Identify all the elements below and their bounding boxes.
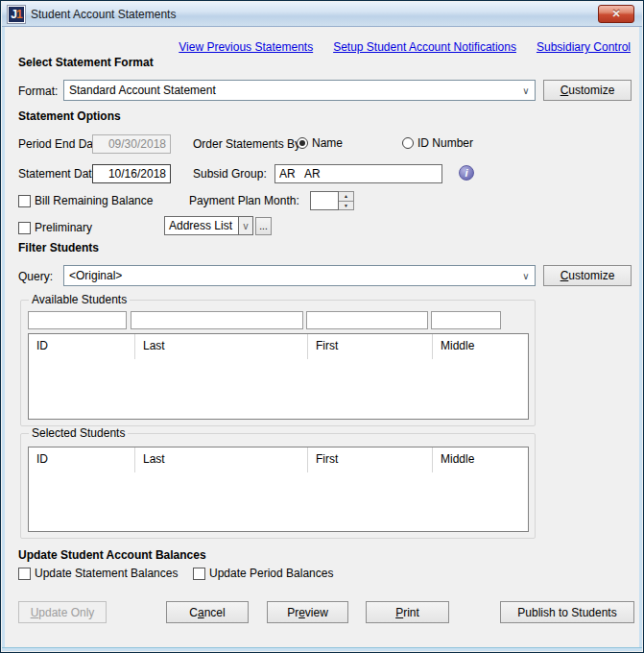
query-selected-value: <Original> <box>64 269 517 282</box>
top-links-row: View Previous Statements Setup Student A… <box>1 40 631 54</box>
statement-date-field[interactable] <box>92 164 171 183</box>
title-bar[interactable]: J1 Student Account Statements ✕ <box>2 2 642 27</box>
preview-button[interactable]: Preview <box>267 601 348 623</box>
subsid-group-label: Subsid Group: <box>193 167 267 181</box>
logo-digit-1: 1 <box>16 9 22 20</box>
radio-id-number-label: ID Number <box>417 136 473 150</box>
window-frame-left <box>2 27 5 651</box>
link-view-previous-statements[interactable]: View Previous Statements <box>179 40 313 54</box>
available-filter-id[interactable] <box>28 311 127 329</box>
chevron-down-icon: ∨ <box>517 271 535 281</box>
dialog-student-account-statements: J1 Student Account Statements ✕ View Pre… <box>0 0 644 653</box>
section-update-balances: Update Student Account Balances <box>18 548 206 562</box>
chevron-down-icon[interactable]: v <box>239 216 253 235</box>
cancel-button[interactable]: Cancel <box>166 601 249 623</box>
available-filter-first[interactable] <box>306 311 428 329</box>
update-only-button: Update Only <box>18 601 107 623</box>
payment-plan-month-stepper[interactable]: ▲ ▼ <box>310 191 354 210</box>
customize-query-button[interactable]: Customize <box>543 265 632 286</box>
update-period-balances-row[interactable]: Update Period Balances <box>193 566 333 581</box>
format-selected-value: Standard Account Statement <box>64 84 517 97</box>
selected-col-middle[interactable]: Middle <box>433 447 529 470</box>
close-icon: ✕ <box>611 8 620 20</box>
query-select[interactable]: <Original> ∨ <box>63 265 536 286</box>
section-filter-students: Filter Students <box>18 241 99 254</box>
app-logo-icon: J1 <box>8 6 25 23</box>
chevron-down-icon: ∨ <box>517 85 535 96</box>
selected-col-id[interactable]: ID <box>29 447 134 470</box>
preliminary-checkbox-row[interactable]: Preliminary <box>18 220 92 235</box>
format-select[interactable]: Standard Account Statement ∨ <box>63 80 536 101</box>
link-subsidiary-control[interactable]: Subsidiary Control <box>537 40 631 54</box>
selected-col-last[interactable]: Last <box>135 447 307 470</box>
available-students-title: Available Students <box>29 293 130 306</box>
radio-id-number-circle[interactable] <box>402 137 414 149</box>
info-icon[interactable]: i <box>459 165 474 181</box>
bill-remaining-balance-label: Bill Remaining Balance <box>35 194 153 207</box>
print-button[interactable]: Print <box>366 601 449 623</box>
address-list-combo[interactable]: Address List v ... <box>164 216 272 235</box>
selected-students-grid[interactable]: ID Last First Middle <box>28 447 529 532</box>
order-statements-by-label: Order Statements By <box>193 137 300 151</box>
available-students-groupbox: Available Students ID Last First Middle <box>20 300 536 426</box>
available-filter-last[interactable] <box>131 311 303 329</box>
radio-name[interactable]: Name <box>297 135 343 151</box>
subsid-group-field[interactable] <box>274 164 442 183</box>
window-title: Student Account Statements <box>31 8 176 21</box>
format-label: Format: <box>18 85 58 98</box>
available-col-id[interactable]: ID <box>29 334 134 356</box>
radio-id-number[interactable]: ID Number <box>402 135 473 151</box>
close-button[interactable]: ✕ <box>598 5 634 23</box>
section-statement-options: Statement Options <box>18 109 121 123</box>
link-setup-notifications[interactable]: Setup Student Account Notifications <box>333 40 516 54</box>
update-statement-balances-label: Update Statement Balances <box>35 567 178 580</box>
preliminary-label: Preliminary <box>35 221 92 234</box>
selected-students-title: Selected Students <box>29 426 128 440</box>
update-statement-balances-row[interactable]: Update Statement Balances <box>18 566 178 581</box>
period-end-date-field <box>92 134 171 154</box>
update-period-balances-checkbox[interactable] <box>193 568 205 580</box>
spinner-down-icon[interactable]: ▼ <box>339 201 353 210</box>
section-select-statement-format: Select Statement Format <box>18 56 154 69</box>
payment-plan-month-label: Payment Plan Month: <box>189 194 299 207</box>
radio-name-circle[interactable] <box>297 137 308 149</box>
bill-remaining-balance-checkbox-row[interactable]: Bill Remaining Balance <box>18 193 153 208</box>
preliminary-checkbox[interactable] <box>18 222 31 234</box>
spinner-up-icon[interactable]: ▲ <box>339 192 353 201</box>
query-label: Query: <box>18 270 53 283</box>
window-frame-bottom <box>2 647 642 651</box>
available-col-middle[interactable]: Middle <box>433 334 529 356</box>
selected-students-groupbox: Selected Students ID Last First Middle <box>20 433 536 539</box>
bill-remaining-balance-checkbox[interactable] <box>18 195 31 207</box>
available-col-last[interactable]: Last <box>135 334 307 356</box>
customize-format-button[interactable]: Customize <box>543 80 632 101</box>
update-period-balances-label: Update Period Balances <box>209 567 333 580</box>
available-col-first[interactable]: First <box>308 334 432 356</box>
payment-plan-month-field[interactable] <box>310 191 339 210</box>
statement-date-label: Statement Date: <box>18 167 102 181</box>
radio-name-label: Name <box>312 136 343 150</box>
available-filter-middle[interactable] <box>431 311 501 329</box>
selected-col-first[interactable]: First <box>308 447 432 470</box>
update-statement-balances-checkbox[interactable] <box>18 568 31 580</box>
address-list-value: Address List <box>164 216 239 235</box>
publish-to-students-button[interactable]: Publish to Students <box>500 601 634 623</box>
address-list-browse-button[interactable]: ... <box>255 217 272 235</box>
available-students-grid[interactable]: ID Last First Middle <box>28 333 529 420</box>
window-frame-right <box>639 27 642 651</box>
